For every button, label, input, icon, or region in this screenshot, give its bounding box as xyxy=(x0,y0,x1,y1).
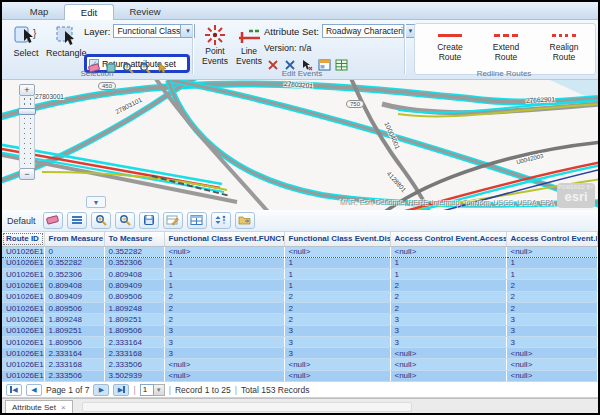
table-cell[interactable]: 1.809251 xyxy=(104,314,164,325)
table-cell[interactable]: U01026E1 xyxy=(2,348,44,359)
table-cell[interactable]: U01026E1 xyxy=(2,302,44,313)
table-cell[interactable]: <null> xyxy=(390,359,506,370)
table-cell[interactable]: U01026E1 xyxy=(2,291,44,302)
page-number-value[interactable]: 1 xyxy=(140,384,154,396)
table-row[interactable]: U01026E10.8094080.8094091122 xyxy=(2,280,598,291)
map-zoom-slider[interactable]: + − xyxy=(19,84,35,180)
first-page-button[interactable]: ◀ xyxy=(6,384,22,396)
table-cell[interactable]: 1 xyxy=(284,257,390,268)
table-cell[interactable]: 2 xyxy=(390,280,506,291)
table-cell[interactable]: 2.333164 xyxy=(104,336,164,347)
table-cell[interactable]: 0.809409 xyxy=(44,291,104,302)
table-cell[interactable]: 2.333168 xyxy=(104,348,164,359)
last-page-button[interactable]: ▶ xyxy=(113,384,129,396)
table-cell[interactable]: <null> xyxy=(506,246,598,257)
column-header[interactable]: To Measure xyxy=(104,232,164,246)
table-cell[interactable]: 1.809248 xyxy=(44,314,104,325)
table-cell[interactable]: 1 xyxy=(506,269,598,280)
table-row[interactable]: U01026E12.3335063.502939<null><null><nul… xyxy=(2,370,598,381)
table-cell[interactable]: U01026E1 xyxy=(2,314,44,325)
tab-map[interactable]: Map xyxy=(16,4,62,20)
table-cell[interactable]: 0.352282 xyxy=(44,257,104,268)
page-number-dropdown[interactable]: 1 ▼ xyxy=(140,384,165,396)
save-button[interactable] xyxy=(139,212,159,229)
table-cell[interactable]: 1.809251 xyxy=(44,325,104,336)
table-cell[interactable]: U01026E1 xyxy=(2,336,44,347)
table-cell[interactable]: U01026E1 xyxy=(2,257,44,268)
table-cell[interactable]: <null> xyxy=(390,246,506,257)
realign-route-button[interactable]: Realign Route xyxy=(539,30,589,63)
table-cell[interactable]: 1 xyxy=(506,257,598,268)
table-cell[interactable]: 3 xyxy=(164,325,284,336)
table-cell[interactable]: 3 xyxy=(506,325,598,336)
table-cell[interactable]: 1.809506 xyxy=(104,325,164,336)
table-cell[interactable]: 2.333168 xyxy=(44,359,104,370)
pan-to-selected-button[interactable] xyxy=(115,212,135,229)
sort-records-button[interactable] xyxy=(211,212,231,229)
table-cell[interactable]: <null> xyxy=(390,370,506,381)
zoom-slider-track[interactable] xyxy=(19,96,35,168)
table-cell[interactable]: 2 xyxy=(284,314,390,325)
table-cell[interactable]: <null> xyxy=(164,370,284,381)
table-cell[interactable]: <null> xyxy=(284,246,390,257)
select-button[interactable]: } Select xyxy=(6,23,46,58)
table-cell[interactable]: 1 xyxy=(390,269,506,280)
table-cell[interactable]: 0.352306 xyxy=(104,257,164,268)
table-cell[interactable]: U01026E1 xyxy=(2,269,44,280)
table-cell[interactable]: 0.809409 xyxy=(104,280,164,291)
table-cell[interactable]: 2.333506 xyxy=(44,370,104,381)
table-cell[interactable]: 0.809408 xyxy=(104,269,164,280)
table-cell[interactable]: 1.809248 xyxy=(104,302,164,313)
open-table-button[interactable] xyxy=(187,212,207,229)
table-cell[interactable]: <null> xyxy=(506,359,598,370)
chevron-down-icon[interactable]: ▼ xyxy=(181,24,195,38)
create-route-button[interactable]: Create Route xyxy=(425,30,475,63)
table-cell[interactable]: 3 xyxy=(506,336,598,347)
table-cell[interactable]: 2 xyxy=(164,302,284,313)
previous-page-button[interactable]: ◀ xyxy=(26,384,42,396)
table-cell[interactable]: 3 xyxy=(390,314,506,325)
table-cell[interactable]: 3 xyxy=(390,336,506,347)
table-cell[interactable]: 0.809506 xyxy=(44,302,104,313)
table-cell[interactable]: 0 xyxy=(44,246,104,257)
table-cell[interactable]: 1 xyxy=(164,280,284,291)
zoom-to-selected-button[interactable] xyxy=(91,212,111,229)
table-row[interactable]: U01026E100.352282<null><null><null><null… xyxy=(2,246,598,257)
table-cell[interactable]: 3 xyxy=(284,348,390,359)
magnifier-plus-icon[interactable] xyxy=(121,61,135,75)
line-events-button[interactable]: Line Events xyxy=(232,24,266,67)
table-cell[interactable]: 2 xyxy=(164,291,284,302)
table-row[interactable]: U01026E11.8092511.8095063333 xyxy=(2,325,598,336)
table-cell[interactable]: 2 xyxy=(506,302,598,313)
table-cell[interactable]: 1 xyxy=(164,269,284,280)
edit-records-button[interactable] xyxy=(163,212,183,229)
clear-selection-button[interactable] xyxy=(43,212,63,229)
map-canvas[interactable]: 450 27803001 27803101 27803201 750 10004… xyxy=(2,80,598,210)
tab-edit[interactable]: Edit xyxy=(64,4,114,20)
table-cell[interactable]: 3 xyxy=(164,348,284,359)
column-header[interactable]: From Measure xyxy=(44,232,104,246)
table-cell[interactable]: 0.809506 xyxy=(104,291,164,302)
zoom-in-button[interactable]: + xyxy=(19,84,35,96)
table-cell[interactable]: U01026E1 xyxy=(2,325,44,336)
attribute-set-dropdown-value[interactable]: Roadway Characteristics xyxy=(322,24,404,38)
table-row[interactable]: U01026E10.8095061.8092482222 xyxy=(2,302,598,313)
next-page-button[interactable]: ▶ xyxy=(93,384,109,396)
table-cell[interactable]: 0.352306 xyxy=(44,269,104,280)
table-cell[interactable]: <null> xyxy=(284,370,390,381)
tab-review[interactable]: Review xyxy=(118,4,172,20)
table-row[interactable]: U01026E12.3331682.333506<null><null><nul… xyxy=(2,359,598,370)
table-cell[interactable]: 3 xyxy=(284,336,390,347)
table-cell[interactable]: U01026E1 xyxy=(2,280,44,291)
table-cell[interactable]: 1 xyxy=(164,257,284,268)
table-cell[interactable]: 3 xyxy=(284,325,390,336)
table-cell[interactable]: <null> xyxy=(390,348,506,359)
zoom-out-button[interactable]: − xyxy=(19,168,35,180)
extend-route-button[interactable]: Extend Route xyxy=(481,30,531,63)
table-cell[interactable]: 2 xyxy=(506,280,598,291)
table-cell[interactable]: U01026E1 xyxy=(2,246,44,257)
table-cell[interactable]: 2 xyxy=(390,291,506,302)
table-cell[interactable]: <null> xyxy=(164,359,284,370)
table-cell[interactable]: 2 xyxy=(390,302,506,313)
table-cell[interactable]: 1 xyxy=(390,257,506,268)
